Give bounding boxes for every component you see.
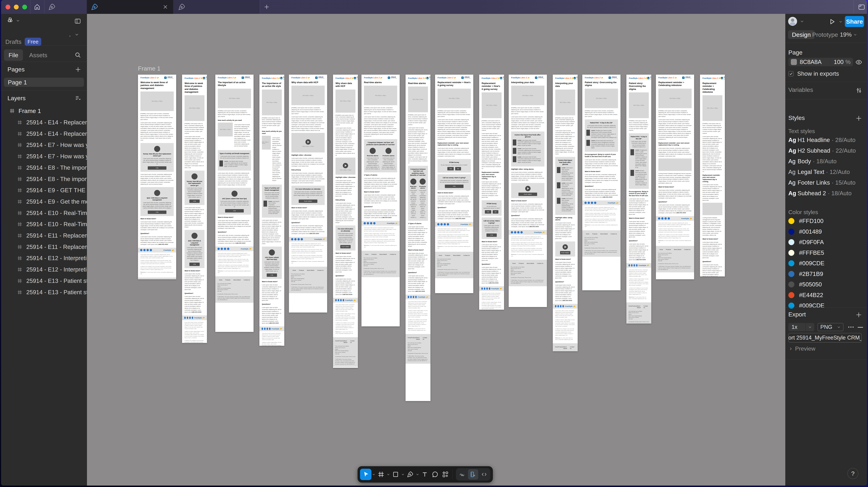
file-name-collapsed[interactable]: . <box>69 31 79 38</box>
add-page-icon[interactable] <box>75 66 82 73</box>
new-tab-button[interactable] <box>263 3 270 10</box>
page-opacity-value[interactable]: 100 <box>831 59 845 65</box>
help-button[interactable]: ? <box>847 468 859 479</box>
draw-mode-icon[interactable] <box>457 469 467 480</box>
cta-button[interactable]: CTA <box>445 185 464 188</box>
email-wireframe-mobile[interactable]: FreeStyleLibre 2aAbbottlife to the fulle… <box>259 75 284 346</box>
page-color-input[interactable]: 8C8A8A 100 % <box>788 58 853 66</box>
layer-item[interactable]: 25914 - E14 - Replacement remin <box>1 117 87 128</box>
maximize-window-button[interactable] <box>22 5 27 9</box>
layer-item[interactable]: 25914 - E10 - Real-Time Alarms - <box>1 208 87 218</box>
layer-item[interactable]: 25914 - E7 - How was your first s <box>1 140 87 150</box>
present-options-chevron[interactable] <box>839 20 842 24</box>
layer-frame-1[interactable]: Frame 1 <box>9 106 41 116</box>
minimize-window-button[interactable] <box>14 5 19 9</box>
email-wireframe-mobile[interactable]: FreeStyleLibre 2aAbbottlife to the fulle… <box>553 75 578 351</box>
close-tab-icon[interactable] <box>162 4 168 10</box>
zoom-menu[interactable]: 19% <box>840 30 857 39</box>
export-format-select[interactable]: PNG <box>817 323 843 331</box>
home-icon[interactable] <box>33 3 41 11</box>
variables-icon[interactable] <box>856 87 862 94</box>
text-style-row[interactable]: AgFooter Links· 15/Auto <box>785 178 867 188</box>
export-scale-chevron[interactable] <box>806 323 814 331</box>
email-wireframe-mobile[interactable]: FreeStyleLibre 2aAbbottlife to the fulle… <box>182 75 207 343</box>
color-style-row[interactable]: #009CDE <box>785 301 867 311</box>
email-wireframe-mobile[interactable]: FreeStyleLibre 2aAbbottlife to the fulle… <box>626 75 651 324</box>
layer-item[interactable]: 25914 - E9 - Get the most out of y <box>1 196 87 207</box>
cta-button[interactable]: PLAY VIDEO <box>340 245 351 249</box>
tab-assets[interactable]: Assets <box>29 50 47 61</box>
cta-button[interactable]: CTA <box>487 233 497 237</box>
window-switcher-icon[interactable] <box>858 3 866 11</box>
cta-button[interactable]: CTA <box>189 263 200 266</box>
layer-item[interactable]: 25914 - E13 - Patient story: Overc <box>1 276 87 286</box>
pen-tool[interactable] <box>405 469 415 480</box>
layer-item[interactable]: 25914 - E11 - Replacement remind <box>1 230 87 241</box>
page-color-swatch[interactable] <box>791 59 797 65</box>
toggle-sidebar-icon[interactable] <box>74 18 81 25</box>
survey-button[interactable]: YES <box>485 210 491 214</box>
cta-button[interactable]: CTA <box>148 166 166 170</box>
layer-item[interactable]: 25914 - E11 - Replacement remind <box>1 242 87 252</box>
email-wireframe-mobile[interactable]: FreeStyleLibre 2aAbbottlife to the fulle… <box>333 75 358 368</box>
email-wireframe-desktop[interactable]: FreeStyleLibre 2aAbbottlife to the fulle… <box>509 75 547 307</box>
canvas[interactable]: Frame 1 FreeStyleLibre 2aAbbottlife to t… <box>87 14 785 486</box>
move-tool-chevron[interactable] <box>372 473 376 476</box>
frame-tool-chevron[interactable] <box>386 473 390 476</box>
color-style-row[interactable]: #D9F0FA <box>785 237 867 247</box>
design-mode-icon[interactable] <box>468 469 478 480</box>
text-style-row[interactable]: AgBody· 18/Auto <box>785 156 867 166</box>
share-button[interactable]: Share <box>845 16 864 27</box>
cta-button[interactable]: PLAY VIDEO <box>299 199 317 203</box>
layer-item[interactable]: 25914 - E13 - Patient story: Overc <box>1 287 87 297</box>
add-style-icon[interactable] <box>855 115 862 122</box>
shape-tool[interactable] <box>391 469 401 480</box>
color-style-row[interactable]: #2B71B9 <box>785 269 867 279</box>
avatar[interactable] <box>788 17 797 26</box>
cta-button[interactable]: CTA <box>189 199 200 203</box>
layer-item[interactable]: 25914 - E10 - Real-Time Alarms - <box>1 219 87 229</box>
text-style-row[interactable]: AgSubhead 2· 18/Auto <box>785 188 867 198</box>
remove-export-icon[interactable] <box>857 327 863 328</box>
export-more-icon[interactable] <box>847 325 855 329</box>
export-scale-select[interactable]: 1x <box>788 323 805 331</box>
drafts-breadcrumb[interactable]: Drafts <box>5 38 22 45</box>
text-style-row[interactable]: AgLegal Text· 12/Auto <box>785 167 867 177</box>
actions-tool[interactable] <box>440 469 451 480</box>
email-wireframe-desktop[interactable]: FreeStyleLibre 2aAbbottlife to the fulle… <box>138 75 176 279</box>
color-style-row[interactable]: #001489 <box>785 227 867 237</box>
cta-button[interactable]: PLAY VIDEO <box>519 193 537 196</box>
cta-button[interactable]: PLAY VIDEO <box>560 251 570 254</box>
email-wireframe-desktop[interactable]: FreeStyleLibre 2aAbbottlife to the fulle… <box>289 75 327 313</box>
text-style-row[interactable]: AgH1 Headline· 28/Auto <box>785 135 867 145</box>
layer-item[interactable]: 25914 - E8 - The importance of a <box>1 174 87 184</box>
layer-item[interactable]: 25914 - E12 - Interpreting your da <box>1 253 87 263</box>
tab-design[interactable]: Design <box>788 30 815 39</box>
close-window-button[interactable] <box>5 5 10 9</box>
email-wireframe-mobile[interactable]: FreeStyleLibre 2aAbbottlife to the fulle… <box>406 75 430 401</box>
move-tool[interactable] <box>360 469 371 480</box>
survey-button[interactable]: NO <box>493 210 499 214</box>
email-wireframe-desktop[interactable]: FreeStyleLibre 2aAbbottlife to the fulle… <box>362 75 400 326</box>
layer-item[interactable]: 25914 - E7 - How was your first s <box>1 151 87 162</box>
pinned-tab-pen-icon[interactable] <box>48 3 56 11</box>
comment-tool[interactable] <box>430 469 440 480</box>
email-wireframe-desktop[interactable]: FreeStyleLibre 2aAbbottlife to the fulle… <box>656 75 694 279</box>
active-file-tab[interactable] <box>87 0 173 14</box>
present-icon[interactable] <box>829 18 836 25</box>
show-in-exports-row[interactable]: Show in exports <box>788 70 839 77</box>
cta-button[interactable]: CTA <box>148 210 166 214</box>
survey-button[interactable]: YES <box>447 167 454 170</box>
export-button[interactable]: Export 25914_MyFreeStyle CRM_E... <box>788 333 862 343</box>
survey-button[interactable]: NO <box>455 167 461 170</box>
color-style-row[interactable]: #FFFBE5 <box>785 248 867 258</box>
email-wireframe-mobile[interactable]: FreeStyleLibre 2aAbbottlife to the fulle… <box>479 75 504 310</box>
color-style-row[interactable]: #FFD100 <box>785 216 867 226</box>
email-wireframe-desktop[interactable]: FreeStyleLibre 2aAbbottlife to the fulle… <box>435 75 473 293</box>
dev-mode-icon[interactable] <box>479 469 489 480</box>
tab-prototype[interactable]: Prototype <box>812 30 838 39</box>
search-icon[interactable] <box>74 52 82 59</box>
color-style-row[interactable]: #505050 <box>785 280 867 289</box>
color-style-row[interactable]: #009CDE <box>785 258 867 268</box>
main-menu[interactable] <box>6 17 20 24</box>
